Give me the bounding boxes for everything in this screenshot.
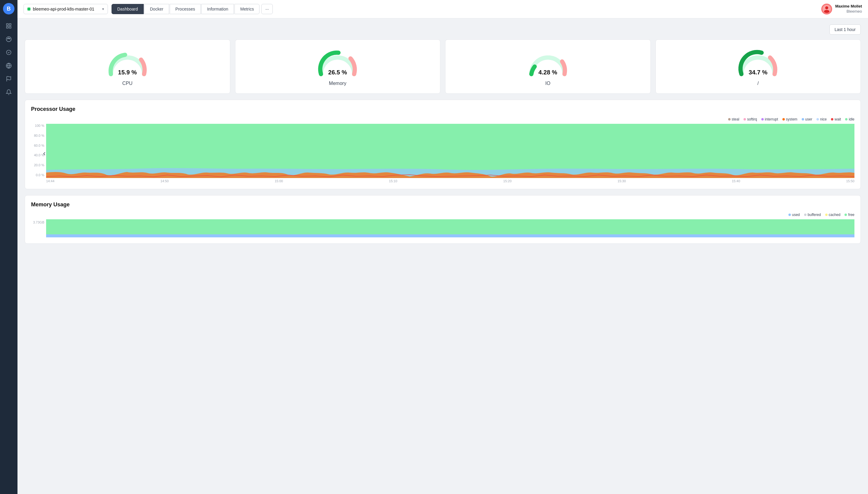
- processor-chart-legend: steal softirq interrupt system user: [31, 117, 854, 121]
- legend-system: system: [782, 117, 797, 121]
- x-label-1510: 15:10: [389, 179, 398, 183]
- legend-label-idle: idle: [849, 117, 854, 121]
- tab-information[interactable]: Information: [201, 4, 234, 14]
- sidebar-item-bell[interactable]: [3, 87, 14, 98]
- more-tabs-button[interactable]: ···: [261, 4, 273, 14]
- header: bleemeo-api-prod-k8s-master-01 ▾ Dashboa…: [17, 0, 868, 18]
- memory-chart-svg: [46, 219, 854, 238]
- gauge-io: 4.28 %: [527, 47, 569, 77]
- tab-metrics[interactable]: Metrics: [235, 4, 259, 14]
- sidebar-item-flag[interactable]: [3, 74, 14, 84]
- y-label-373gb: 3.73GB: [31, 219, 46, 224]
- chart-nav-left-button[interactable]: ‹: [43, 149, 45, 157]
- gauge-card-io: 4.28 % IO: [445, 39, 651, 94]
- sidebar: B: [0, 0, 17, 494]
- legend-mem-cached: cached: [825, 213, 841, 217]
- x-label-1550: 15:50: [846, 179, 854, 183]
- legend-label-mem-cached: cached: [829, 213, 841, 217]
- legend-nice: nice: [816, 117, 827, 121]
- legend-dot-softirq: [743, 118, 746, 120]
- svg-rect-3: [10, 26, 11, 28]
- gauge-value-slash: 34.7 %: [749, 69, 767, 76]
- legend-dot-interrupt: [761, 118, 764, 120]
- time-range-button[interactable]: Last 1 hour: [829, 24, 861, 35]
- avatar: [821, 4, 832, 15]
- memory-chart-area: [46, 219, 854, 238]
- legend-label-user: user: [805, 117, 812, 121]
- user-info: Maxime Mollet Bleemeo: [821, 4, 862, 15]
- header-left: bleemeo-api-prod-k8s-master-01 ▾ Dashboa…: [23, 4, 273, 14]
- legend-dot-system: [782, 118, 785, 120]
- svg-rect-1: [10, 24, 11, 25]
- x-label-1530: 15:30: [617, 179, 626, 183]
- svg-point-7: [10, 38, 10, 39]
- legend-dot-wait: [831, 118, 833, 120]
- processor-chart-section: Processor Usage steal softirq interrupt …: [25, 100, 861, 189]
- legend-label-wait: wait: [834, 117, 841, 121]
- gauge-value-cpu: 15.9 %: [118, 69, 137, 76]
- gauge-card-cpu: 15.9 % CPU: [25, 39, 230, 94]
- processor-chart-title: Processor Usage: [31, 106, 854, 112]
- time-range-row: Last 1 hour: [25, 24, 861, 35]
- gauge-value-memory: 26.5 %: [328, 69, 347, 76]
- nav-tabs: Dashboard Docker Processes Information M…: [112, 4, 273, 14]
- legend-dot-nice: [816, 118, 819, 120]
- legend-dot-mem-buffered: [804, 213, 807, 216]
- memory-chart-legend: used buffered cached free: [31, 213, 854, 217]
- user-text: Maxime Mollet Bleemeo: [835, 4, 862, 14]
- sidebar-item-grid[interactable]: [3, 20, 14, 31]
- y-label-80: 80.0 %: [31, 134, 46, 137]
- user-org: Bleemeo: [835, 9, 862, 14]
- legend-label-steal: steal: [732, 117, 739, 121]
- legend-label-softirq: softirq: [747, 117, 757, 121]
- memory-y-labels: 3.73GB: [31, 219, 46, 238]
- x-label-1500: 15:00: [275, 179, 283, 183]
- user-name: Maxime Mollet: [835, 4, 862, 9]
- header-right: Maxime Mollet Bleemeo: [821, 4, 862, 15]
- memory-chart-title: Memory Usage: [31, 202, 854, 208]
- legend-mem-buffered: buffered: [804, 213, 821, 217]
- svg-point-5: [7, 38, 8, 39]
- app-logo[interactable]: B: [3, 3, 15, 15]
- memory-chart-wrapper: 3.73GB: [31, 219, 854, 238]
- svg-point-12: [824, 10, 829, 13]
- svg-rect-0: [7, 24, 8, 25]
- legend-dot-user: [802, 118, 804, 120]
- legend-label-mem-free: free: [848, 213, 854, 217]
- sidebar-item-globe[interactable]: [3, 60, 14, 71]
- x-label-1450: 14:50: [160, 179, 169, 183]
- x-label-1520: 15:20: [503, 179, 512, 183]
- sidebar-item-palette[interactable]: [3, 34, 14, 44]
- legend-label-system: system: [786, 117, 797, 121]
- legend-label-mem-used: used: [792, 213, 800, 217]
- x-label-1540: 15:40: [732, 179, 740, 183]
- svg-rect-2: [7, 26, 8, 28]
- gauge-label-cpu: CPU: [122, 81, 133, 86]
- sidebar-item-check[interactable]: [3, 47, 14, 58]
- legend-softirq: softirq: [743, 117, 757, 121]
- legend-label-interrupt: interrupt: [765, 117, 778, 121]
- gauge-card-slash: 34.7 % /: [655, 39, 861, 94]
- processor-x-labels: 14:44 14:50 15:00 15:10 15:20 15:30 15:4…: [46, 179, 854, 183]
- legend-dot-mem-cached: [825, 213, 828, 216]
- gauge-value-io: 4.28 %: [539, 69, 557, 76]
- tab-processes[interactable]: Processes: [170, 4, 201, 14]
- svg-rect-21: [46, 234, 854, 238]
- gauge-card-memory: 26.5 % Memory: [235, 39, 441, 94]
- y-label-20: 20.0 %: [31, 163, 46, 167]
- svg-point-6: [8, 38, 10, 39]
- legend-mem-free: free: [845, 213, 854, 217]
- host-selector[interactable]: bleemeo-api-prod-k8s-master-01 ▾: [23, 4, 108, 14]
- processor-chart-wrapper: 100 % 80.0 % 60.0 % 40.0 % 20.0 % 0.0 % …: [31, 124, 854, 183]
- processor-chart-svg: [46, 124, 854, 178]
- tab-docker[interactable]: Docker: [144, 4, 169, 14]
- gauge-label-memory: Memory: [329, 81, 346, 86]
- svg-point-4: [6, 37, 12, 42]
- legend-label-mem-buffered: buffered: [808, 213, 821, 217]
- content-area: Last 1 hour 15.9 %: [17, 18, 868, 494]
- host-status-dot: [27, 7, 31, 11]
- gauge-label-io: IO: [545, 81, 550, 86]
- legend-dot-mem-used: [789, 213, 791, 216]
- y-label-60: 60.0 %: [31, 144, 46, 147]
- tab-dashboard[interactable]: Dashboard: [112, 4, 144, 14]
